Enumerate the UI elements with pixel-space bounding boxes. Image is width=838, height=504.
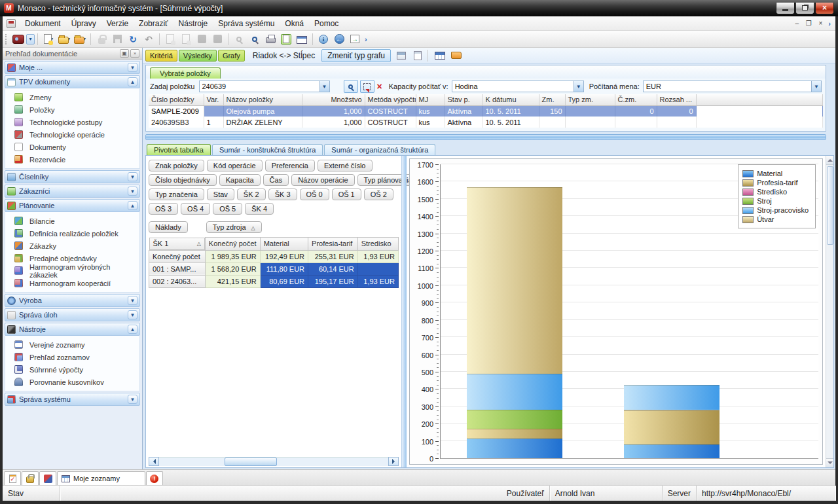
pivot-cell[interactable]: 192,49 EUR (260, 250, 308, 262)
paste-button[interactable] (163, 33, 177, 46)
pivot-cell[interactable]: 421,15 EUR (205, 275, 260, 287)
sidebar-item-harmonogram-vyrobnych[interactable]: Harmonogram výrobných zákaziek (5, 264, 139, 277)
chevron-up-icon[interactable]: ▲ (128, 77, 137, 86)
field-button-sk2[interactable]: ŠK 2 (237, 189, 266, 200)
item-combobox[interactable]: 240639 ▼ (199, 81, 330, 92)
cell[interactable]: kus (416, 105, 445, 117)
menu-dokument[interactable]: Dokument (20, 18, 66, 29)
combo-dropdown-icon[interactable]: ▼ (574, 81, 583, 92)
cell[interactable]: kus (416, 117, 445, 128)
col-metoda-vypoctu[interactable]: Metóda výpočtu (365, 94, 416, 105)
chevron-up-icon[interactable]: ▲ (128, 325, 137, 334)
sidebar-group-vyroba[interactable]: Výroba ▼ (5, 294, 140, 307)
cell[interactable]: 1 (204, 117, 223, 128)
pivot-cell[interactable]: 1 989,35 EUR (205, 250, 260, 262)
new-window-button[interactable] (295, 33, 309, 46)
scrollbar-thumb[interactable] (225, 458, 277, 466)
sidebar-item-definicia-realizacie[interactable]: Definícia realizácie položiek (5, 227, 139, 240)
sidebar-item-rezervacie[interactable]: Rezervácie (5, 153, 139, 166)
field-button-os3[interactable]: OŠ 3 (149, 203, 178, 215)
col-nazov-polozky[interactable]: Názov položky (223, 94, 302, 105)
field-button-znak-polozky[interactable]: Znak položky (149, 160, 204, 171)
tab-sumar-konstrukcna[interactable]: Sumár - konštrukčná štruktúra (212, 144, 323, 155)
open-button[interactable]: ▾ (57, 33, 71, 46)
pivot-cell-selected[interactable]: 60,14 EUR (308, 262, 358, 275)
sidebar-group-nastroje[interactable]: Nástroje ▲ (5, 323, 140, 336)
sidebar-group-sprava-uloh[interactable]: Správa úloh ▼ (5, 308, 140, 321)
menu-verzie[interactable]: Verzie (101, 18, 134, 29)
field-button-os1[interactable]: OŠ 1 (332, 189, 361, 200)
combo-dropdown-icon[interactable]: ▼ (811, 81, 821, 92)
field-button-os0[interactable]: OŠ 0 (300, 189, 329, 200)
field-button-kod-operacie[interactable]: Kód operácie (207, 160, 263, 171)
scroll-right-icon[interactable] (388, 457, 399, 466)
col-mnozstvo[interactable]: Množstvo (302, 94, 365, 105)
info-button[interactable]: i (316, 33, 331, 46)
cell[interactable] (539, 117, 565, 128)
kriteria-button[interactable]: Kritériá (145, 50, 177, 62)
pivot-row-header[interactable]: 002 : 24063... (149, 275, 206, 287)
cell[interactable] (565, 117, 615, 128)
vysledky-button[interactable]: Výsledky (179, 50, 217, 62)
sidebar-group-planovanie[interactable]: Plánovanie ▲ (5, 199, 140, 212)
sidebar-item-technologicke-operacie[interactable]: Technologické operácie (5, 128, 139, 141)
export-folder-button[interactable] (449, 49, 464, 62)
menu-overflow-chevron-icon[interactable]: › (826, 20, 833, 27)
pivot-col-material[interactable]: Material (260, 238, 308, 251)
sidebar-item-verejne-zoznamy[interactable]: Verejné zoznamy (5, 338, 139, 351)
row-field-button-sk1[interactable]: ŠK 1△ (149, 238, 205, 250)
chevron-down-icon[interactable]: ▼ (128, 172, 137, 181)
col-typ-zm[interactable]: Typ zm. (565, 94, 615, 105)
sidebar-item-dokumenty[interactable]: Dokumenty (5, 141, 139, 153)
cell[interactable]: COSTRUCT (365, 105, 416, 117)
remove-item-icon[interactable]: × (374, 81, 385, 92)
tab-locked[interactable] (22, 471, 39, 485)
chevron-down-icon[interactable]: ▼ (128, 296, 137, 305)
restore-button[interactable] (795, 3, 814, 14)
field-button-kapacita[interactable]: Kapacita (219, 174, 261, 186)
application-dropdown-icon[interactable]: ▾ (26, 34, 35, 45)
search-button[interactable] (232, 33, 246, 46)
tab-pivotna-tabulka[interactable]: Pivotná tabuľka (147, 144, 211, 155)
tab-tools[interactable] (39, 471, 56, 485)
field-button-preferencia[interactable]: Preferencia (265, 160, 315, 171)
pivot-cell-selected[interactable]: 1,93 EUR (357, 275, 398, 287)
field-button-sk3[interactable]: ŠK 3 (268, 189, 297, 200)
sidebar-item-porovnanie-kusovnikov[interactable]: Porovnanie kusovníkov (5, 376, 139, 388)
sidebar-item-zmeny[interactable]: Zmeny (5, 91, 139, 103)
sidebar-item-bilancie[interactable]: Bilancie (5, 215, 139, 227)
chevron-down-icon[interactable]: ▼ (128, 395, 137, 404)
tools-button[interactable] (194, 33, 209, 46)
mdi-restore-icon[interactable]: ❐ (803, 18, 814, 28)
data-field-button-naklady[interactable]: Náklady (149, 221, 188, 233)
save-button[interactable] (110, 33, 124, 46)
sidebar-group-tpv-dokumenty[interactable]: TPV dokumenty ▲ (5, 75, 140, 88)
field-button-sk4[interactable]: ŠK 4 (245, 203, 274, 215)
col-stav-p[interactable]: Stav p. (445, 94, 483, 105)
pivot-cell-selected[interactable] (357, 262, 398, 275)
sidebar-item-zakazky[interactable]: Zákazky (5, 240, 139, 252)
vertical-scrollbar[interactable] (826, 156, 833, 467)
menu-sprava-systemu[interactable]: Správa systému (213, 18, 280, 29)
field-button-stav[interactable]: Stav (207, 189, 234, 200)
cell[interactable] (565, 105, 615, 117)
menu-pomoc[interactable]: Pomoc (309, 18, 344, 29)
paste-special-button[interactable] (179, 33, 193, 46)
undo-button[interactable]: ↶ (141, 33, 156, 46)
pivot-cell[interactable]: 1 568,20 EUR (205, 262, 260, 275)
pin-icon[interactable]: ▣ (120, 49, 129, 58)
cell[interactable]: Olejová pumpa (223, 105, 302, 117)
cell[interactable]: DRŽIAK ZELENY (223, 117, 302, 128)
pivot-horizontal-scrollbar[interactable] (149, 457, 399, 466)
col-zm[interactable]: Zm. (539, 94, 565, 105)
scrollbar-track[interactable] (159, 457, 388, 466)
pivot-col-profesia-tarif[interactable]: Profesia-tarif (308, 238, 358, 251)
pick-item-button[interactable] (360, 80, 374, 93)
field-button-cas[interactable]: Čas (263, 174, 289, 186)
field-button-nazov-operacie[interactable]: Názov operácie (291, 174, 354, 186)
menu-upravy[interactable]: Úpravy (66, 18, 101, 29)
pivot-row-header[interactable]: 001 : SAMP... (149, 262, 206, 275)
chevron-down-icon[interactable]: ▼ (128, 63, 137, 72)
new-document-button[interactable]: ▾ (41, 33, 56, 46)
sidebar-item-suhrnne-vypocty[interactable]: Súhrnné výpočty (5, 363, 139, 376)
